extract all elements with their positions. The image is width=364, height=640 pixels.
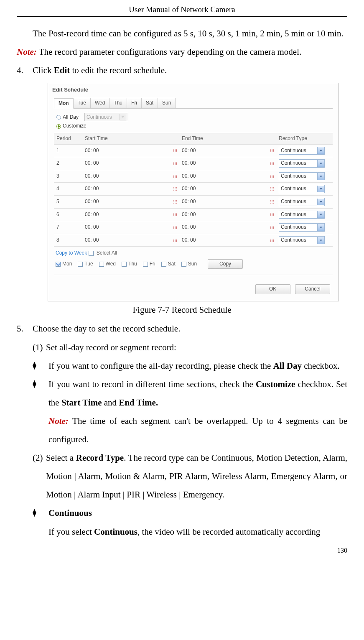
cell-start-time[interactable]: 00: 00 xyxy=(82,195,179,208)
cell-start-time[interactable]: 00: 00 xyxy=(82,157,179,170)
day-checkbox-fri[interactable]: Fri xyxy=(143,261,155,268)
time-grip-icon[interactable] xyxy=(173,161,178,166)
cell-period: 7 xyxy=(54,221,82,234)
svg-point-4 xyxy=(175,150,176,151)
radio-all-day[interactable]: All Day xyxy=(56,114,79,121)
svg-point-123 xyxy=(270,228,271,229)
copy-button[interactable]: Copy xyxy=(208,259,243,269)
svg-point-68 xyxy=(273,189,274,189)
svg-point-130 xyxy=(175,240,176,241)
radio-customize[interactable]: Customize xyxy=(56,123,87,129)
record-type-select[interactable]: Continuous xyxy=(279,236,325,245)
record-type-select[interactable]: Continuous xyxy=(279,211,325,219)
time-grip-icon[interactable] xyxy=(270,238,275,243)
svg-point-9 xyxy=(270,149,271,150)
all-day-type-value: Continuous xyxy=(87,114,112,121)
record-type-select[interactable]: Continuous xyxy=(279,147,325,155)
time-grip-icon[interactable] xyxy=(173,225,178,230)
cell-end-time[interactable]: 00: 00 xyxy=(179,221,276,234)
svg-point-102 xyxy=(270,214,271,215)
time-grip-icon[interactable] xyxy=(173,199,178,204)
chevron-down-icon[interactable] xyxy=(317,186,324,192)
svg-point-103 xyxy=(272,214,272,215)
day-checkbox-thu[interactable]: Thu xyxy=(122,261,137,268)
cell-end-time[interactable]: 00: 00 xyxy=(179,234,276,247)
radio-all-day-label: All Day xyxy=(63,114,79,120)
time-grip-icon[interactable] xyxy=(270,174,275,179)
day-checkbox-sat[interactable]: Sat xyxy=(161,261,176,268)
cell-end-time[interactable]: 00: 00 xyxy=(179,157,276,170)
record-type-select[interactable]: Continuous xyxy=(279,185,325,193)
tab-tue[interactable]: Tue xyxy=(73,98,91,109)
cell-end-time[interactable]: 00: 00 xyxy=(179,170,276,183)
tab-sun[interactable]: Sun xyxy=(158,98,176,109)
time-grip-icon[interactable] xyxy=(270,225,275,230)
svg-point-42 xyxy=(173,177,174,178)
time-grip-icon[interactable] xyxy=(173,148,178,153)
table-row: 400: 0000: 00Continuous xyxy=(54,183,333,196)
bullet-customize: ⧫ If you want to record in different tim… xyxy=(33,375,347,412)
cell-start-time[interactable]: 00: 00 xyxy=(82,208,179,221)
cell-end-time[interactable]: 00: 00 xyxy=(179,208,276,221)
tab-thu[interactable]: Thu xyxy=(109,98,127,109)
svg-point-63 xyxy=(270,187,271,188)
record-type-select[interactable]: Continuous xyxy=(279,198,325,206)
day-checkbox-tue[interactable]: Tue xyxy=(78,261,93,268)
time-grip-icon[interactable] xyxy=(173,212,178,217)
time-grip-icon[interactable] xyxy=(270,148,275,153)
svg-point-90 xyxy=(173,213,174,214)
chevron-down-icon[interactable] xyxy=(317,211,324,218)
svg-point-75 xyxy=(173,201,174,202)
chevron-down-icon[interactable] xyxy=(317,224,324,231)
step-5-2: (2) Select a Record Type. The record typ… xyxy=(33,449,347,504)
th-period: Period xyxy=(54,133,82,144)
time-grip-icon[interactable] xyxy=(270,186,275,191)
chevron-down-icon[interactable] xyxy=(317,237,324,244)
tab-mon[interactable]: Mon xyxy=(54,98,74,109)
svg-point-94 xyxy=(175,214,176,215)
record-type-select[interactable]: Continuous xyxy=(279,223,325,232)
ok-button[interactable]: OK xyxy=(255,284,290,294)
chevron-down-icon[interactable] xyxy=(317,199,324,205)
time-grip-icon[interactable] xyxy=(173,186,178,191)
day-checkbox-sun[interactable]: Sun xyxy=(181,261,197,268)
cell-end-time[interactable]: 00: 00 xyxy=(179,183,276,196)
cell-start-time[interactable]: 00: 00 xyxy=(82,183,179,196)
svg-point-69 xyxy=(270,190,271,191)
svg-point-111 xyxy=(173,227,174,228)
svg-point-114 xyxy=(173,228,174,229)
tab-wed[interactable]: Wed xyxy=(90,98,109,109)
time-grip-icon[interactable] xyxy=(173,238,178,243)
step-4-text-a: Click xyxy=(33,65,54,75)
day-checkbox-wed[interactable]: Wed xyxy=(99,261,116,268)
record-type-select[interactable]: Continuous xyxy=(279,172,325,181)
tab-fri[interactable]: Fri xyxy=(127,98,142,109)
tab-sat[interactable]: Sat xyxy=(141,98,158,109)
time-grip-icon[interactable] xyxy=(270,161,275,166)
cell-start-time[interactable]: 00: 00 xyxy=(82,170,179,183)
svg-point-105 xyxy=(270,215,271,216)
day-checkbox-mon[interactable]: Mon xyxy=(56,261,72,268)
svg-point-25 xyxy=(175,164,176,165)
select-all-checkbox[interactable] xyxy=(89,251,94,256)
svg-point-57 xyxy=(173,189,174,189)
chevron-down-icon[interactable] xyxy=(317,147,324,154)
cell-start-time[interactable]: 00: 00 xyxy=(82,234,179,247)
bullet-customize-note: Note: The time of each segment can't be … xyxy=(48,412,347,449)
time-grip-icon[interactable] xyxy=(270,212,275,217)
cell-start-time[interactable]: 00: 00 xyxy=(82,144,179,157)
record-type-select[interactable]: Continuous xyxy=(279,159,325,168)
chevron-down-icon[interactable] xyxy=(317,160,324,167)
d3-a: If you select xyxy=(48,527,94,537)
cell-start-time[interactable]: 00: 00 xyxy=(82,221,179,234)
cell-end-time[interactable]: 00: 00 xyxy=(179,144,276,157)
svg-point-74 xyxy=(176,200,177,201)
cancel-button[interactable]: Cancel xyxy=(295,284,330,294)
time-grip-icon[interactable] xyxy=(173,174,178,179)
chevron-down-icon[interactable] xyxy=(317,173,324,180)
time-grip-icon[interactable] xyxy=(270,199,275,204)
svg-point-37 xyxy=(175,175,176,176)
svg-point-97 xyxy=(175,215,176,216)
cell-end-time[interactable]: 00: 00 xyxy=(179,195,276,208)
svg-point-43 xyxy=(175,177,176,178)
